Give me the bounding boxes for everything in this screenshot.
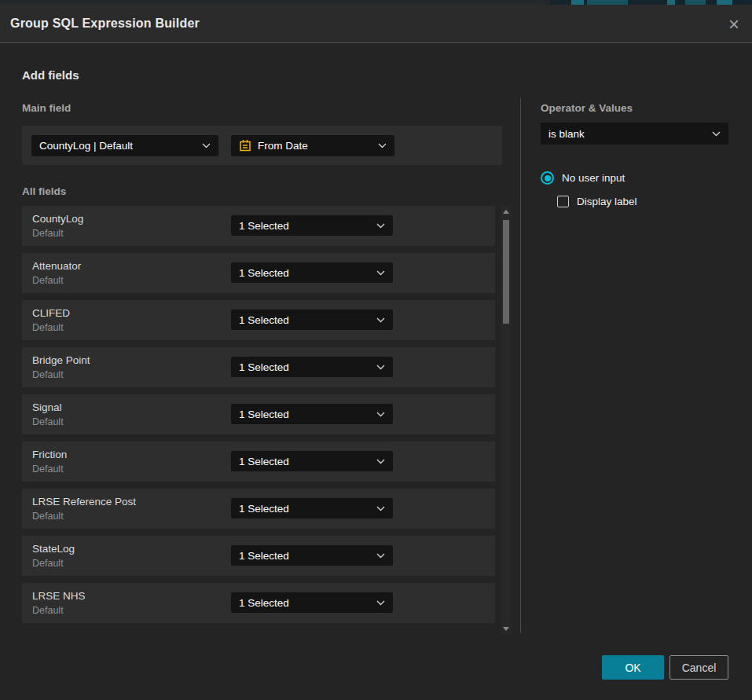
chevron-down-icon (376, 365, 385, 370)
field-name: Attenuator (32, 260, 81, 272)
field-selection-value: 1 Selected (239, 409, 289, 420)
field-selection-value: 1 Selected (239, 220, 289, 232)
field-selection-value: 1 Selected (239, 550, 289, 562)
field-sublabel: Default (32, 605, 64, 616)
radio-label: No user input (562, 172, 625, 184)
dialog-titlebar: Group SQL Expression Builder × (0, 5, 752, 43)
scrollbar-thumb[interactable] (503, 220, 509, 324)
no-user-input-radio[interactable]: No user input (541, 171, 625, 185)
field-selection-dropdown[interactable]: 1 Selected (231, 262, 393, 283)
cancel-button[interactable]: Cancel (669, 655, 728, 680)
field-name: LRSE NHS (32, 590, 86, 602)
main-field-panel: CountyLog | Default From Date (22, 126, 502, 165)
field-name: Bridge Point (32, 354, 90, 366)
field-selection-dropdown[interactable]: 1 Selected (231, 451, 393, 471)
chevron-down-icon (202, 143, 211, 148)
radio-selected-icon (541, 171, 554, 185)
scroll-down-arrow-icon[interactable] (503, 627, 509, 631)
field-sublabel: Default (32, 228, 64, 239)
add-fields-heading: Add fields (22, 68, 79, 82)
operator-select-value: is blank (548, 128, 585, 140)
field-selection-value: 1 Selected (239, 267, 289, 279)
chevron-down-icon (712, 131, 721, 137)
field-selection-dropdown[interactable]: 1 Selected (231, 545, 393, 566)
field-selection-dropdown[interactable]: 1 Selected (231, 215, 393, 236)
all-fields-list: CountyLog Default 1 Selected Attenuator … (22, 206, 495, 630)
scroll-up-arrow-icon[interactable] (503, 210, 509, 214)
chevron-down-icon (376, 270, 385, 276)
field-selection-dropdown[interactable]: 1 Selected (231, 498, 393, 519)
field-row-attenuator: Attenuator Default 1 Selected (22, 253, 495, 293)
field-selection-dropdown[interactable]: 1 Selected (231, 310, 393, 330)
field-row-signal: Signal Default 1 Selected (22, 394, 495, 434)
field-row-friction: Friction Default 1 Selected (22, 442, 495, 482)
checkbox-label: Display label (577, 196, 637, 207)
ok-button[interactable]: OK (602, 655, 664, 680)
field-selection-value: 1 Selected (239, 361, 289, 373)
chevron-down-icon (376, 317, 385, 323)
field-name: CountyLog (32, 213, 83, 225)
field-row-lrse-nhs: LRSE NHS Default 1 Selected (22, 583, 495, 623)
main-field-label: Main field (22, 102, 71, 114)
field-sublabel: Default (32, 558, 64, 569)
chevron-down-icon (376, 553, 385, 559)
panel-divider (520, 98, 521, 633)
field-row-countylog: CountyLog Default 1 Selected (22, 206, 495, 246)
field-sublabel: Default (32, 322, 64, 333)
chevron-down-icon (376, 600, 385, 606)
display-label-checkbox[interactable]: Display label (557, 196, 637, 207)
checkbox-unchecked-icon (557, 196, 569, 207)
field-sublabel: Default (32, 511, 64, 522)
field-name: StateLog (32, 543, 75, 555)
field-name: CLIFED (32, 307, 70, 319)
field-selection-dropdown[interactable]: 1 Selected (231, 357, 393, 377)
field-select-value: From Date (258, 140, 308, 152)
field-sublabel: Default (32, 464, 64, 475)
field-row-bridge-point: Bridge Point Default 1 Selected (22, 347, 495, 387)
layer-select[interactable]: CountyLog | Default (31, 135, 218, 156)
operator-values-label: Operator & Values (541, 102, 633, 114)
field-sublabel: Default (32, 416, 64, 427)
field-name: Signal (32, 401, 62, 413)
field-sublabel: Default (32, 369, 64, 380)
layer-select-value: CountyLog | Default (39, 140, 133, 152)
field-selection-value: 1 Selected (239, 314, 289, 326)
chevron-down-icon (376, 459, 385, 464)
field-selection-dropdown[interactable]: 1 Selected (231, 592, 393, 613)
field-name: LRSE Reference Post (32, 496, 136, 508)
calendar-icon (239, 139, 251, 152)
field-row-statelog: StateLog Default 1 Selected (22, 536, 495, 576)
operator-select[interactable]: is blank (541, 123, 728, 145)
field-sublabel: Default (32, 275, 64, 286)
chevron-down-icon (376, 506, 385, 511)
field-selection-value: 1 Selected (239, 503, 289, 515)
chevron-down-icon (376, 223, 385, 229)
close-icon[interactable]: × (728, 5, 739, 43)
field-selection-value: 1 Selected (239, 597, 289, 609)
field-selection-value: 1 Selected (239, 456, 289, 467)
chevron-down-icon (378, 143, 387, 148)
field-row-clifed: CLIFED Default 1 Selected (22, 300, 495, 340)
list-scrollbar[interactable] (501, 205, 512, 634)
chevron-down-icon (376, 412, 385, 417)
field-name: Friction (32, 449, 67, 460)
field-row-lrse-reference-post: LRSE Reference Post Default 1 Selected (22, 489, 495, 529)
group-sql-expression-builder-dialog: Group SQL Expression Builder × Add field… (0, 5, 752, 700)
field-select[interactable]: From Date (231, 135, 394, 156)
all-fields-label: All fields (22, 185, 66, 197)
field-selection-dropdown[interactable]: 1 Selected (231, 404, 393, 424)
dialog-title: Group SQL Expression Builder (10, 16, 200, 31)
